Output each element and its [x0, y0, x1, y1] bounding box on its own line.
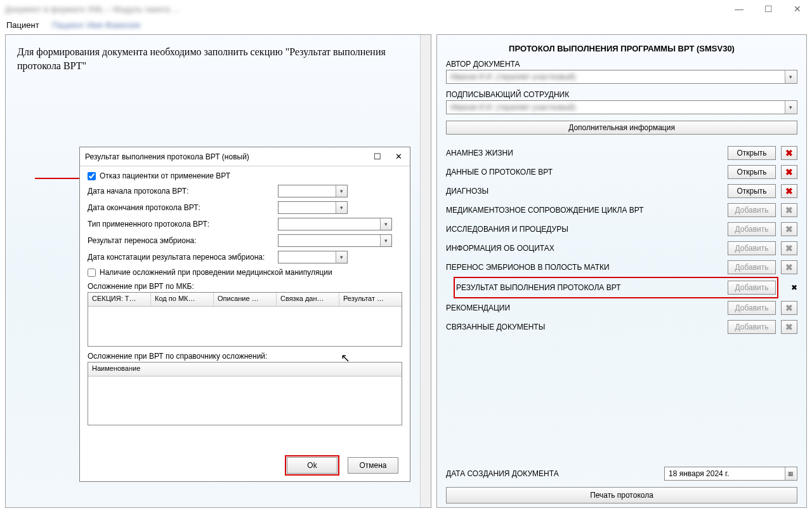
author-value: Иванов И.И. (терапевт участковый)	[450, 72, 785, 81]
section-action-button[interactable]: Открыть	[728, 146, 776, 160]
panel-title: ПРОТОКОЛ ВЫПОЛНЕНИЯ ПРОГРАММЫ ВРТ (SMSV3…	[437, 35, 806, 60]
author-label: АВТОР ДОКУМЕНТА	[446, 60, 797, 69]
result-date-field[interactable]: ▾	[278, 251, 348, 263]
left-panel: Для формирования документа необходимо за…	[5, 34, 431, 508]
delete-icon[interactable]: ✖	[781, 320, 797, 334]
grid-col[interactable]: Связка дан…	[277, 293, 339, 306]
complication-checkbox[interactable]	[88, 269, 96, 277]
calendar-icon[interactable]: ▦	[785, 467, 796, 480]
section-row: ИНФОРМАЦИЯ ОБ ООЦИТАХДобавить✖	[437, 239, 806, 258]
section-row: ПЕРЕНОС ЭМБРИОНОВ В ПОЛОСТЬ МАТКИДобавит…	[437, 258, 806, 277]
end-date-field[interactable]: ▾	[278, 201, 348, 214]
complic-mkb-grid[interactable]: СЕКЦИЯ: Т… Код по МК… Описание … Связка …	[88, 292, 402, 347]
dropdown-icon[interactable]: ▾	[380, 218, 391, 230]
complic-dict-label: Осложнение при ВРТ по справочнику осложн…	[88, 352, 402, 361]
dropdown-icon[interactable]: ▾	[336, 251, 347, 263]
section-row: ИССЛЕДОВАНИЯ И ПРОЦЕДУРЫДобавить✖	[437, 220, 806, 239]
dialog-title: Результат выполнения протокола ВРТ (новы…	[85, 152, 249, 161]
section-name: РЕКОМЕНДАЦИИ	[446, 303, 723, 312]
right-panel: ПРОТОКОЛ ВЫПОЛНЕНИЯ ПРОГРАММЫ ВРТ (SMSV3…	[436, 34, 807, 508]
grid-col[interactable]: Результат …	[339, 293, 402, 306]
dropdown-icon[interactable]: ▾	[336, 185, 347, 197]
dropdown-icon[interactable]: ▾	[380, 235, 391, 246]
end-date-label: Дата окончания протокола ВРТ:	[88, 203, 278, 212]
ok-button[interactable]: Ok	[287, 457, 337, 474]
close-button[interactable]: ✕	[783, 0, 812, 18]
delete-icon[interactable]: ✖	[781, 203, 797, 217]
delete-icon[interactable]: ✖	[781, 222, 797, 236]
window-buttons: — ☐ ✕	[724, 0, 812, 18]
titlebar: Документ в формате XML – Модуль пакета ……	[0, 0, 812, 18]
window-title: Документ в формате XML – Модуль пакета …	[5, 4, 180, 14]
grid-col[interactable]: СЕКЦИЯ: Т…	[88, 293, 151, 306]
section-row: АНАМНЕЗ ЖИЗНИОткрыть✖	[437, 143, 806, 163]
protocol-type-field[interactable]: ▾	[278, 218, 392, 230]
protocol-type-label: Тип примененного протокола ВРТ:	[88, 220, 278, 229]
complic-dict-grid[interactable]: Наименование	[88, 362, 402, 425]
delete-icon[interactable]: ✖	[781, 301, 797, 315]
section-name: ПЕРЕНОС ЭМБРИОНОВ В ПОЛОСТЬ МАТКИ	[446, 263, 723, 272]
section-name: ИССЛЕДОВАНИЯ И ПРОЦЕДУРЫ	[446, 225, 723, 234]
dialog-close-icon[interactable]: ✕	[395, 152, 402, 161]
section-action-button[interactable]: Добавить	[728, 222, 776, 236]
patient-bar: Пациент Пациент Имя Фамилия	[0, 18, 812, 32]
section-row-highlighted: РЕЗУЛЬТАТ ВЫПОЛНЕНИЯ ПРОТОКОЛА ВРТДобави…	[437, 277, 806, 298]
scrollbar[interactable]	[420, 35, 431, 507]
highlight-arrow	[35, 178, 86, 179]
result-dialog: Результат выполнения протокола ВРТ (новы…	[79, 147, 410, 482]
section-action-button[interactable]: Добавить	[728, 260, 776, 274]
instruction-text: Для формирования документа необходимо за…	[6, 35, 431, 80]
refusal-label: Отказ пациентки от применение ВРТ	[100, 171, 230, 180]
create-date-value: 18 января 2024 г.	[669, 469, 729, 478]
section-action-button[interactable]: Добавить	[728, 281, 776, 295]
signer-value: Иванов И.И. (терапевт участковый)	[450, 103, 785, 112]
section-row: ДИАГНОЗЫОткрыть✖	[437, 182, 806, 201]
section-action-button[interactable]: Добавить	[728, 241, 776, 255]
dialog-titlebar: Результат выполнения протокола ВРТ (новы…	[80, 147, 410, 166]
section-action-button[interactable]: Добавить	[728, 320, 776, 334]
section-name: РЕЗУЛЬТАТ ВЫПОЛНЕНИЯ ПРОТОКОЛА ВРТ	[456, 283, 723, 292]
delete-icon[interactable]: ✖	[791, 283, 797, 292]
cancel-button[interactable]: Отмена	[348, 457, 398, 474]
patient-label: Пациент	[6, 20, 39, 30]
create-date-field[interactable]: 18 января 2024 г. ▦	[664, 467, 797, 481]
section-name: ДАННЫЕ О ПРОТОКОЛЕ ВРТ	[446, 168, 723, 177]
grid-col[interactable]: Описание …	[214, 293, 277, 306]
section-name: МЕДИКАМЕНТОЗНОЕ СОПРОВОЖДЕНИЕ ЦИКЛА ВРТ	[446, 206, 723, 215]
create-date-label: ДАТА СОЗДАНИЯ ДОКУМЕНТА	[446, 469, 664, 478]
section-row: СВЯЗАННЫЕ ДОКУМЕНТЫДобавить✖	[437, 317, 806, 336]
dropdown-icon[interactable]: ▾	[785, 101, 796, 114]
minimize-button[interactable]: —	[724, 0, 754, 18]
dialog-maximize-icon[interactable]: ☐	[374, 152, 381, 161]
dropdown-icon[interactable]: ▾	[336, 202, 347, 213]
section-action-button[interactable]: Добавить	[728, 301, 776, 315]
refusal-checkbox[interactable]	[88, 172, 96, 180]
signer-field[interactable]: Иванов И.И. (терапевт участковый) ▾	[446, 100, 797, 114]
section-action-button[interactable]: Открыть	[728, 184, 776, 198]
sections-list: АНАМНЕЗ ЖИЗНИОткрыть✖ДАННЫЕ О ПРОТОКОЛЕ …	[437, 143, 806, 336]
extra-info-button[interactable]: Дополнительная информация	[446, 121, 797, 135]
delete-icon[interactable]: ✖	[781, 146, 797, 160]
dropdown-icon[interactable]: ▾	[785, 70, 796, 83]
section-action-button[interactable]: Добавить	[728, 203, 776, 217]
grid-col[interactable]: Код по МК…	[151, 293, 214, 306]
delete-icon[interactable]: ✖	[781, 184, 797, 198]
start-date-field[interactable]: ▾	[278, 185, 348, 197]
section-name: АНАМНЕЗ ЖИЗНИ	[446, 149, 723, 157]
section-name: ДИАГНОЗЫ	[446, 187, 723, 196]
transfer-result-label: Результат переноса эмбриона:	[88, 236, 278, 245]
signer-label: ПОДПИСЫВАЮЩИЙ СОТРУДНИК	[446, 90, 797, 99]
delete-icon[interactable]: ✖	[781, 165, 797, 179]
section-row: ДАННЫЕ О ПРОТОКОЛЕ ВРТОткрыть✖	[437, 163, 806, 182]
section-name: ИНФОРМАЦИЯ ОБ ООЦИТАХ	[446, 244, 723, 253]
section-row: МЕДИКАМЕНТОЗНОЕ СОПРОВОЖДЕНИЕ ЦИКЛА ВРТД…	[437, 201, 806, 220]
maximize-button[interactable]: ☐	[754, 0, 783, 18]
author-field[interactable]: Иванов И.И. (терапевт участковый) ▾	[446, 70, 797, 84]
transfer-result-field[interactable]: ▾	[278, 234, 392, 247]
print-button[interactable]: Печать протокола	[446, 487, 797, 503]
delete-icon[interactable]: ✖	[781, 260, 797, 274]
section-action-button[interactable]: Открыть	[728, 165, 776, 179]
grid-col[interactable]: Наименование	[88, 363, 402, 376]
delete-icon[interactable]: ✖	[781, 241, 797, 255]
section-name: СВЯЗАННЫЕ ДОКУМЕНТЫ	[446, 323, 723, 331]
